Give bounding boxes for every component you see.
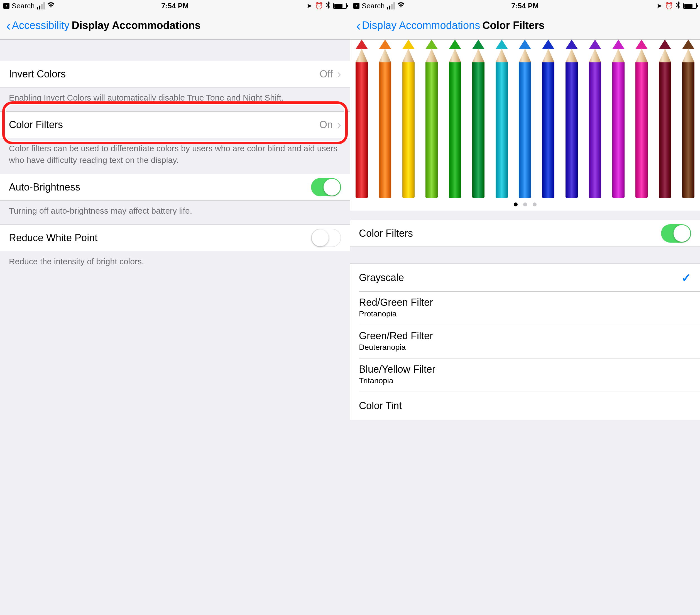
- nav-back-label: Display Accommodations: [362, 20, 480, 32]
- nav-title: Color Filters: [482, 20, 545, 32]
- option-label: Color Tint: [359, 400, 402, 412]
- row-value: On: [320, 119, 333, 131]
- color-filters-toggle[interactable]: [661, 224, 691, 243]
- filter-options-group: Grayscale✓Red/Green FilterProtanopiaGree…: [350, 263, 700, 420]
- nav-back-button[interactable]: ‹ Display Accommodations: [356, 19, 480, 33]
- filter-option[interactable]: Blue/Yellow FilterTritanopia: [350, 358, 700, 392]
- row-footer-note: Reduce the intensity of bright colors.: [0, 251, 350, 275]
- location-icon: ➤: [307, 2, 312, 10]
- screen-color-filters: ‹ Search 7:54 PM ➤ ⏰ ‹ Display Accommoda…: [350, 0, 700, 615]
- option-label: Grayscale: [359, 272, 404, 284]
- status-time: 7:54 PM: [161, 2, 188, 10]
- status-bar: ‹ Search 7:54 PM ➤ ⏰: [350, 0, 700, 12]
- row-label: Color Filters: [359, 227, 413, 239]
- row-label: Reduce White Point: [9, 232, 98, 244]
- row-reduce-white-point[interactable]: Reduce White Point: [0, 224, 350, 251]
- nav-bar: ‹ Display Accommodations Color Filters: [350, 12, 700, 39]
- option-subtitle: Protanopia: [359, 309, 433, 318]
- option-label: Blue/Yellow Filter: [359, 364, 436, 375]
- auto-brightness-toggle[interactable]: [311, 178, 341, 196]
- filter-option[interactable]: Red/Green FilterProtanopia: [350, 292, 700, 325]
- cell-signal-icon: [37, 2, 45, 10]
- page-indicator[interactable]: [350, 198, 700, 211]
- row-footer-note: Enabling Invert Colors will automaticall…: [0, 87, 350, 111]
- nav-back-label: Accessibility: [12, 20, 70, 32]
- status-bar: ‹ Search 7:54 PM ➤ ⏰: [0, 0, 350, 12]
- chevron-left-icon: ‹: [356, 19, 361, 33]
- breadcrumb-back-icon[interactable]: ‹: [353, 3, 360, 9]
- row-footer-note: Turning off auto-brightness may affect b…: [0, 200, 350, 224]
- nav-title: Display Accommodations: [72, 20, 201, 32]
- bluetooth-icon: [326, 1, 330, 11]
- bluetooth-icon: [676, 1, 680, 11]
- row-color-filters[interactable]: Color Filters On ›: [0, 111, 350, 138]
- page-dot[interactable]: [523, 202, 527, 206]
- option-subtitle: Deuteranopia: [359, 343, 433, 352]
- breadcrumb-label[interactable]: Search: [362, 2, 385, 10]
- page-dot[interactable]: [514, 202, 517, 206]
- status-time: 7:54 PM: [511, 2, 538, 10]
- alarm-icon: ⏰: [665, 2, 673, 10]
- alarm-icon: ⏰: [315, 2, 323, 10]
- page-dot[interactable]: [533, 202, 537, 206]
- row-label: Invert Colors: [9, 68, 66, 80]
- row-auto-brightness[interactable]: Auto-Brightness: [0, 174, 350, 200]
- row-footer-note: Color filters can be used to differentia…: [0, 138, 350, 174]
- location-icon: ➤: [657, 2, 662, 10]
- row-color-filters-toggle[interactable]: Color Filters: [350, 220, 700, 247]
- filter-option[interactable]: Grayscale✓: [350, 264, 700, 292]
- nav-bar: ‹ Accessibility Display Accommodations: [0, 12, 350, 39]
- option-label: Red/Green Filter: [359, 297, 433, 308]
- row-value: Off: [320, 68, 333, 80]
- option-label: Green/Red Filter: [359, 330, 433, 342]
- checkmark-icon: ✓: [682, 271, 691, 285]
- reduce-white-point-toggle[interactable]: [311, 229, 341, 247]
- row-label: Color Filters: [9, 119, 63, 131]
- wifi-icon: [397, 2, 405, 10]
- chevron-right-icon: ›: [337, 67, 341, 81]
- wifi-icon: [47, 2, 55, 10]
- breadcrumb-back-icon[interactable]: ‹: [3, 3, 10, 9]
- row-invert-colors[interactable]: Invert Colors Off ›: [0, 61, 350, 87]
- breadcrumb-label[interactable]: Search: [12, 2, 35, 10]
- battery-icon: [333, 3, 347, 9]
- nav-back-button[interactable]: ‹ Accessibility: [6, 19, 70, 33]
- cell-signal-icon: [387, 2, 395, 10]
- battery-icon: [683, 3, 697, 9]
- filter-option[interactable]: Color Tint: [350, 392, 700, 420]
- chevron-left-icon: ‹: [6, 19, 11, 33]
- filter-option[interactable]: Green/Red FilterDeuteranopia: [350, 325, 700, 358]
- option-subtitle: Tritanopia: [359, 376, 436, 385]
- chevron-right-icon: ›: [337, 118, 341, 132]
- row-label: Auto-Brightness: [9, 181, 80, 193]
- screen-display-accommodations: ‹ Search 7:54 PM ➤ ⏰ ‹ Accessibility Dis…: [0, 0, 350, 615]
- color-preview-image[interactable]: [350, 39, 700, 198]
